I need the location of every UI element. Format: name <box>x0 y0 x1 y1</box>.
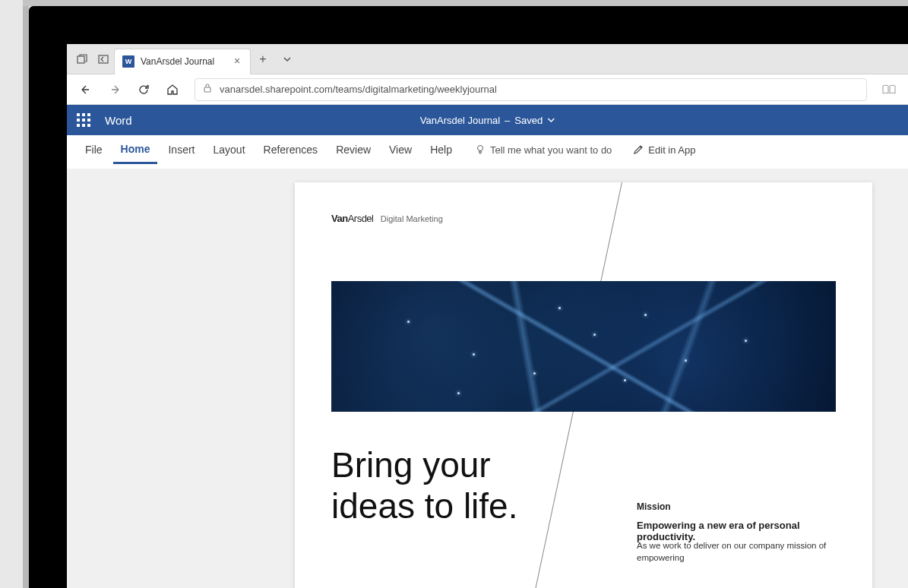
new-tab-button[interactable]: + <box>251 47 275 71</box>
tell-me-search[interactable]: Tell me what you want to do <box>475 144 612 156</box>
address-field[interactable]: vanarsdel.sharepoint.com/teams/digitalma… <box>195 78 867 101</box>
chevron-down-icon <box>547 115 555 126</box>
back-button[interactable] <box>73 77 99 103</box>
screen: W VanArsdel Journal × + vanarsdel.sharep… <box>67 44 908 588</box>
close-tab-icon[interactable]: × <box>232 56 242 67</box>
browser-tab-title: VanArsdel Journal <box>141 56 226 67</box>
document-status: Saved <box>514 115 543 126</box>
tabs-chevron-icon[interactable] <box>275 47 299 71</box>
svg-rect-1 <box>99 55 108 63</box>
tab-layout[interactable]: Layout <box>205 135 252 164</box>
url-text: vanarsdel.sharepoint.com/teams/digitalma… <box>220 84 497 95</box>
browser-tab[interactable]: W VanArsdel Journal × <box>114 49 251 74</box>
document-name: VanArsdel Journal <box>420 115 500 126</box>
tab-home[interactable]: Home <box>113 135 158 164</box>
tab-review[interactable]: Review <box>328 135 378 164</box>
forward-button[interactable] <box>102 77 128 103</box>
hero-image <box>331 281 836 412</box>
ribbon-tabs: File Home Insert Layout References Revie… <box>67 135 908 164</box>
home-button[interactable] <box>160 77 185 103</box>
browser-tab-bar: W VanArsdel Journal × + <box>67 44 908 74</box>
title-separator: – <box>505 115 510 126</box>
waffle-icon <box>77 113 90 127</box>
document-canvas[interactable]: VanArsdel Digital Marketing Bring your i… <box>67 169 908 588</box>
tab-view[interactable]: View <box>381 135 419 164</box>
laptop-left-edge <box>23 6 29 588</box>
svg-rect-0 <box>78 56 84 63</box>
refresh-button[interactable] <box>131 77 157 103</box>
reading-view-icon[interactable] <box>876 77 902 103</box>
pen-icon <box>633 144 644 155</box>
tab-insert[interactable]: Insert <box>160 135 202 164</box>
laptop-top-edge <box>23 0 908 6</box>
word-title-bar: Word VanArsdel Journal – Saved <box>67 105 908 135</box>
app-name: Word <box>105 114 132 127</box>
tell-me-placeholder: Tell me what you want to do <box>490 144 612 156</box>
mission-label[interactable]: Mission <box>637 501 671 512</box>
word-favicon-icon: W <box>122 55 134 68</box>
tab-aside-icon[interactable] <box>97 53 109 65</box>
tab-help[interactable]: Help <box>422 135 460 164</box>
window-cascade-icon[interactable] <box>76 53 88 65</box>
tab-references[interactable]: References <box>256 135 326 164</box>
mission-body[interactable]: As we work to deliver on our company mis… <box>637 539 849 564</box>
brand-subtitle: Digital Marketing <box>381 214 443 223</box>
svg-rect-2 <box>204 87 210 92</box>
document-title-dropdown[interactable]: VanArsdel Journal – Saved <box>420 115 555 126</box>
edit-in-app-button[interactable]: Edit in App <box>633 144 695 156</box>
edit-in-app-label: Edit in App <box>648 144 695 156</box>
svg-point-3 <box>477 146 482 151</box>
app-launcher-button[interactable] <box>67 105 100 135</box>
tab-file[interactable]: File <box>78 135 110 164</box>
document-page[interactable]: VanArsdel Digital Marketing Bring your i… <box>295 182 872 588</box>
browser-address-bar: vanarsdel.sharepoint.com/teams/digitalma… <box>67 74 908 105</box>
brand-header: VanArsdel Digital Marketing <box>331 213 443 224</box>
lightbulb-icon <box>475 144 486 155</box>
headline-text[interactable]: Bring your ideas to life. <box>331 445 517 527</box>
lock-icon <box>203 83 212 96</box>
